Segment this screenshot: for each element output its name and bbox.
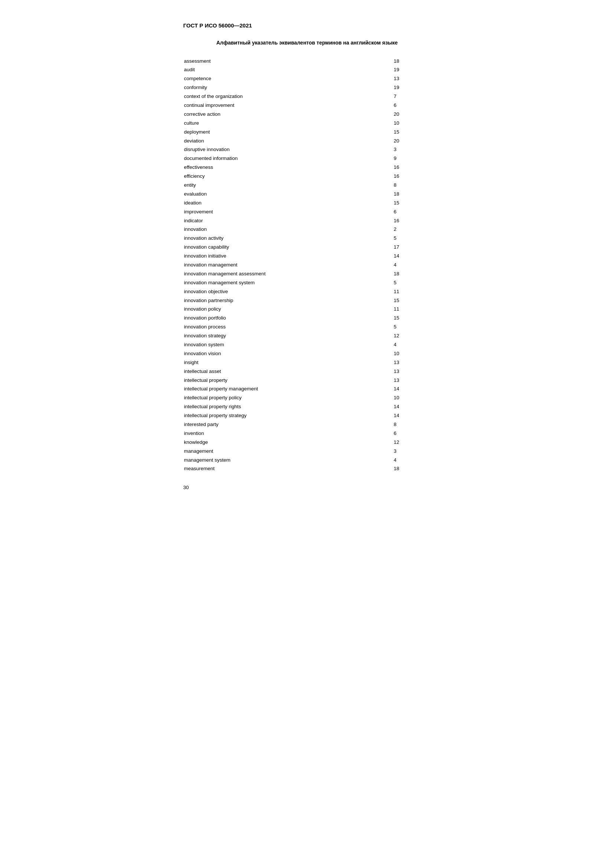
page-cell: 14 — [394, 385, 431, 394]
term-cell: evaluation — [183, 190, 394, 198]
page-number: 30 — [183, 485, 431, 490]
term-cell: insight — [183, 358, 394, 367]
page-cell: 16 — [394, 172, 431, 181]
term-cell: assessment — [183, 57, 394, 66]
term-cell: innovation portfolio — [183, 314, 394, 323]
page-cell: 8 — [394, 181, 431, 190]
table-row: innovation partnership15 — [183, 296, 431, 305]
term-cell: effectiveness — [183, 163, 394, 172]
table-row: improvement6 — [183, 208, 431, 216]
page-cell: 11 — [394, 287, 431, 296]
table-row: innovation activity5 — [183, 234, 431, 243]
page-cell: 20 — [394, 110, 431, 119]
page-cell: 13 — [394, 376, 431, 385]
page-cell: 9 — [394, 154, 431, 163]
term-cell: intellectual property management — [183, 385, 394, 394]
table-row: innovation management4 — [183, 260, 431, 270]
table-row: intellectual property policy10 — [183, 394, 431, 403]
table-row: insight13 — [183, 358, 431, 367]
table-row: innovation2 — [183, 225, 431, 234]
page-cell: 14 — [394, 252, 431, 261]
page-cell: 14 — [394, 403, 431, 412]
table-row: innovation portfolio15 — [183, 314, 431, 323]
term-cell: management — [183, 447, 394, 456]
term-cell: intellectual property strategy — [183, 412, 394, 420]
term-cell: innovation capability — [183, 243, 394, 252]
term-cell: invention — [183, 429, 394, 438]
term-cell: improvement — [183, 208, 394, 216]
term-cell: audit — [183, 66, 394, 74]
table-row: documented information9 — [183, 154, 431, 163]
page-cell: 6 — [394, 429, 431, 438]
page-cell: 13 — [394, 367, 431, 376]
page-cell: 12 — [394, 332, 431, 341]
page-cell: 18 — [394, 57, 431, 66]
page-cell: 3 — [394, 146, 431, 154]
table-row: innovation management system5 — [183, 278, 431, 287]
term-cell: corrective action — [183, 110, 394, 119]
term-cell: innovation initiative — [183, 252, 394, 261]
table-row: knowledge12 — [183, 438, 431, 447]
page-cell: 8 — [394, 420, 431, 429]
page-cell: 14 — [394, 412, 431, 420]
page-cell: 12 — [394, 438, 431, 447]
table-row: assessment18 — [183, 57, 431, 66]
term-cell: culture — [183, 119, 394, 128]
term-cell: measurement — [183, 465, 394, 474]
page-cell: 15 — [394, 198, 431, 208]
page-cell: 15 — [394, 128, 431, 136]
term-cell: innovation policy — [183, 305, 394, 314]
index-table: assessment18audit19competence13conformit… — [183, 57, 431, 474]
table-row: audit19 — [183, 66, 431, 74]
term-cell: context of the organization — [183, 92, 394, 101]
term-cell: innovation process — [183, 323, 394, 332]
term-cell: innovation management system — [183, 278, 394, 287]
page-cell: 10 — [394, 119, 431, 128]
table-row: innovation strategy12 — [183, 332, 431, 341]
term-cell: interested party — [183, 420, 394, 429]
term-cell: intellectual property policy — [183, 394, 394, 403]
term-cell: efficiency — [183, 172, 394, 181]
page-cell: 7 — [394, 92, 431, 101]
table-row: innovation initiative14 — [183, 252, 431, 261]
page-cell: 18 — [394, 270, 431, 278]
term-cell: intellectual property — [183, 376, 394, 385]
page-cell: 15 — [394, 314, 431, 323]
header-title: ГОСТ Р ИСО 56000—2021 — [183, 22, 431, 29]
page-cell: 5 — [394, 323, 431, 332]
term-cell: intellectual property rights — [183, 403, 394, 412]
term-cell: management system — [183, 456, 394, 465]
table-row: intellectual asset13 — [183, 367, 431, 376]
table-row: measurement18 — [183, 465, 431, 474]
term-cell: innovation management — [183, 260, 394, 270]
page-cell: 18 — [394, 465, 431, 474]
page-heading: Алфавитный указатель эквивалентов термин… — [183, 40, 431, 46]
page: ГОСТ Р ИСО 56000—2021 Алфавитный указате… — [154, 0, 460, 513]
page-cell: 4 — [394, 341, 431, 350]
table-row: indicator16 — [183, 216, 431, 225]
term-cell: innovation system — [183, 341, 394, 350]
term-cell: intellectual asset — [183, 367, 394, 376]
page-cell: 13 — [394, 358, 431, 367]
table-row: innovation process5 — [183, 323, 431, 332]
page-cell: 5 — [394, 278, 431, 287]
page-cell: 18 — [394, 190, 431, 198]
table-row: deviation20 — [183, 136, 431, 146]
page-cell: 4 — [394, 260, 431, 270]
table-row: innovation management assessment18 — [183, 270, 431, 278]
term-cell: innovation strategy — [183, 332, 394, 341]
table-row: innovation vision10 — [183, 349, 431, 358]
table-row: invention6 — [183, 429, 431, 438]
table-row: entity8 — [183, 181, 431, 190]
table-row: efficiency16 — [183, 172, 431, 181]
table-row: intellectual property management14 — [183, 385, 431, 394]
term-cell: competence — [183, 74, 394, 84]
table-row: intellectual property strategy14 — [183, 412, 431, 420]
page-cell: 6 — [394, 208, 431, 216]
table-row: disruptive innovation3 — [183, 146, 431, 154]
page-cell: 19 — [394, 66, 431, 74]
term-cell: innovation activity — [183, 234, 394, 243]
term-cell: documented information — [183, 154, 394, 163]
table-row: effectiveness16 — [183, 163, 431, 172]
page-cell: 16 — [394, 163, 431, 172]
